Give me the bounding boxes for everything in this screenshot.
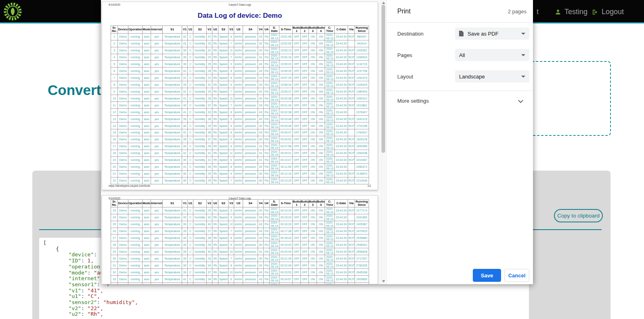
dialog-title: Print	[397, 8, 411, 15]
layout-value: Landscape	[459, 74, 485, 80]
column-header: Button 1	[293, 26, 301, 34]
preview-doc-name: CavyIoT Data Logs	[109, 3, 371, 6]
settings-divider	[387, 91, 533, 91]
brand-logo[interactable]	[3, 2, 22, 21]
nav-item-partial[interactable]: t	[537, 8, 539, 16]
table-row: 26DemorunningautoyesTemperature39Chumidi…	[111, 228, 369, 234]
column-header: Operation	[128, 26, 143, 34]
column-header: S4	[243, 26, 258, 34]
column-header: Mode	[143, 200, 151, 207]
application-window: t Testing Logout Convert Copy to clipb	[0, 0, 644, 319]
chevron-down-icon	[518, 98, 523, 103]
pages-dropdown[interactable]: All	[455, 49, 529, 61]
more-settings-row[interactable]: More settings	[387, 93, 533, 109]
dropdown-caret-icon	[521, 33, 525, 35]
page-indicator: 1/2	[367, 184, 371, 187]
dropdown-caret-icon	[521, 76, 525, 78]
page-count: 2 pages	[508, 8, 527, 15]
column-header: C- Time	[325, 26, 335, 34]
more-settings-label: More settings	[397, 98, 429, 104]
column-header: S4	[243, 200, 258, 207]
column-header: Button 2	[301, 200, 309, 207]
table-row: 10DemorunningautoyesTemperature41Chumidi…	[111, 95, 369, 102]
column-header: V4	[258, 26, 264, 34]
dropdown-caret-icon	[521, 54, 525, 56]
user-icon	[555, 9, 561, 15]
table-row: 25DemorunningautoyesTemperature39Chumidi…	[111, 221, 369, 228]
scroll-down-icon[interactable]	[382, 280, 385, 283]
code-line: "u1": "C",	[43, 294, 525, 300]
code-line: "v1": "41",	[43, 288, 525, 294]
column-header: Button 4	[317, 200, 325, 207]
column-header: V3	[229, 26, 234, 34]
scrollbar-thumb[interactable]	[382, 5, 385, 153]
print-preview-pane: 6/14/2020 CavyIoT Data Logs Data Log of …	[101, 0, 386, 284]
table-row: 18DemorunningautoyesTemperature41Chumidi…	[111, 150, 369, 157]
column-header: Button 2	[301, 26, 309, 34]
column-header: Mode	[143, 26, 151, 34]
table-row: 1DemorunningautoyesTemperature41Chumidit…	[111, 33, 369, 40]
column-header: V3	[229, 200, 234, 207]
table-row: 15DemorunningautoyesTemperature41Chumidi…	[111, 129, 369, 136]
cancel-button[interactable]: Cancel	[504, 269, 529, 282]
table-row: 3DemorunningautoyesTemperature39Chumidit…	[111, 47, 369, 54]
pdf-file-icon	[459, 31, 464, 36]
column-header: U1	[188, 26, 193, 34]
table-row: 27DemorunningautoyesTemperature40Chumidi…	[111, 234, 369, 241]
print-settings-panel: Print 2 pages Destination Save as PDF Pa…	[386, 0, 533, 284]
layout-label: Layout	[397, 74, 413, 80]
table-row: 11DemorunningautoyesTemperature40Chumidi…	[111, 102, 369, 109]
column-header: Running Since	[355, 200, 369, 207]
column-header: S1	[163, 26, 182, 34]
table-row: 29DemorunningautoyesTemperature39Chumidi…	[111, 248, 369, 255]
layout-dropdown[interactable]: Landscape	[455, 70, 529, 82]
column-header: U2	[212, 26, 218, 34]
table-row: 21DemorunningautoyesTemperature40Chumidi…	[111, 170, 369, 177]
column-header: U4	[264, 200, 270, 207]
code-line: "sensor2": "humidity",	[43, 300, 525, 306]
table-row: 30DemorunningautoyesTemperature39Chumidi…	[111, 255, 369, 262]
pages-label: Pages	[397, 52, 412, 58]
column-header: C-Date	[335, 200, 348, 207]
table-row: 23DemorunningautoyesTemperature41Chumidi…	[111, 207, 369, 214]
preview-page-1: 6/14/2020 CavyIoT Data Logs Data Log of …	[102, 2, 378, 190]
gear-leaf-logo-icon	[3, 15, 22, 22]
column-header: V2	[207, 200, 212, 207]
header-row: Sr. No.DeviceOperationModeInternetS1V1U1…	[111, 200, 369, 207]
column-header: C-Date	[335, 26, 348, 34]
column-header: Operation	[128, 200, 143, 207]
column-header: S-Time	[279, 200, 293, 207]
column-header: Internet	[151, 200, 163, 207]
column-header: Sr. No.	[111, 26, 118, 34]
column-header: Via	[348, 200, 355, 207]
table-row: 19DemorunningautoyesTemperature40Chumidi…	[111, 157, 369, 164]
column-header: Device	[118, 200, 128, 207]
destination-dropdown[interactable]: Save as PDF	[455, 27, 529, 40]
table-row: 17DemorunningautoyesTemperature40Chumidi…	[111, 143, 369, 150]
nav-item-logout[interactable]: Logout	[592, 8, 624, 16]
table-row: 14DemorunningautoyesTemperature40Chumidi…	[111, 123, 369, 129]
column-header: U1	[188, 200, 193, 207]
scroll-up-icon[interactable]	[382, 2, 385, 4]
column-header: V1	[182, 200, 188, 207]
preview-scrollbar[interactable]	[381, 0, 386, 284]
pages-value: All	[459, 52, 465, 58]
copy-to-clipboard-button[interactable]: Copy to clipboard	[554, 209, 603, 222]
column-header: S-Time	[279, 26, 293, 34]
column-header: V2	[207, 26, 212, 34]
header-row: Sr. No.DeviceOperationModeInternetS1V1U1…	[111, 26, 369, 34]
column-header: Button 4	[317, 26, 325, 34]
table-row: 2DemorunningautoyesTemperature41Chumidit…	[111, 40, 369, 47]
code-line: "u2": "Rh",	[43, 311, 525, 317]
column-header: Device	[118, 26, 128, 34]
destination-value: Save as PDF	[468, 31, 499, 37]
column-header: Sr. No.	[111, 200, 118, 207]
table-row: 16DemorunningautoyesTemperature39Chumidi…	[111, 136, 369, 143]
table-row: 24DemorunningautoyesTemperature40Chumidi…	[111, 214, 369, 221]
column-header: Internet	[151, 26, 163, 34]
column-header: S- Date	[270, 200, 279, 207]
save-button[interactable]: Save	[473, 269, 501, 282]
nav-item-label: Testing	[564, 8, 587, 16]
column-header: U3	[234, 200, 243, 207]
nav-item-testing[interactable]: Testing	[555, 8, 587, 16]
